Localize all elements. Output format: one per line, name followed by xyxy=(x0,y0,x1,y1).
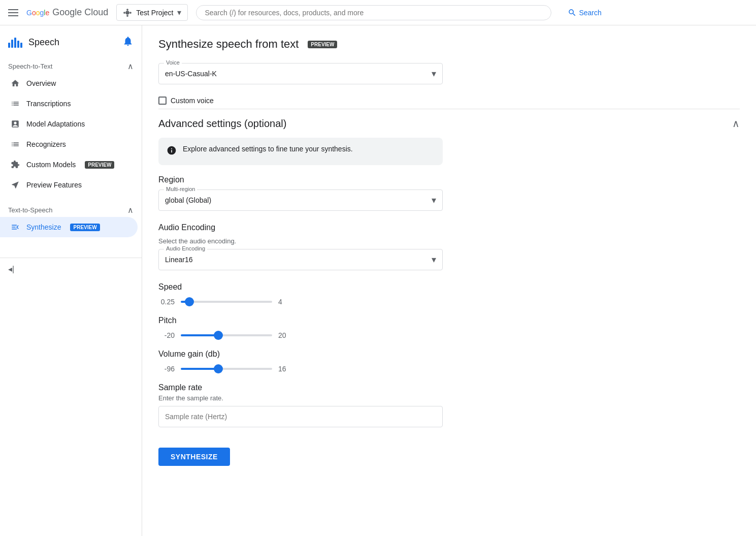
sidebar-brand-label: Speech xyxy=(28,37,59,48)
project-dropdown-icon: ▾ xyxy=(177,8,181,17)
page-preview-badge: PREVIEW xyxy=(308,41,337,48)
audio-encoding-select[interactable]: Linear16 MP3 OGG_OPUS MULAW ALAW xyxy=(159,249,442,270)
sidebar-item-transcriptions-label: Transcriptions xyxy=(26,100,71,108)
svg-point-1 xyxy=(123,12,125,14)
hamburger-menu-button[interactable] xyxy=(8,9,18,16)
project-selector[interactable]: Test Project ▾ xyxy=(116,4,188,21)
search-bar[interactable] xyxy=(196,5,551,20)
collapse-icon: ◂| xyxy=(8,264,14,274)
search-icon xyxy=(568,8,577,17)
voice-select-wrapper: Voice en-US-Casual-K en-US-Standard-A en… xyxy=(158,63,443,84)
sidebar-item-synthesize[interactable]: Synthesize PREVIEW xyxy=(0,217,138,237)
synthesize-preview-badge: PREVIEW xyxy=(70,224,100,231)
sidebar-item-model-adaptations[interactable]: Model Adaptations xyxy=(0,114,138,134)
speed-slider-row: 0.25 4 xyxy=(158,298,740,306)
project-name-label: Test Project xyxy=(136,9,173,17)
sidebar-item-model-adaptations-label: Model Adaptations xyxy=(26,120,85,128)
advanced-settings-title: Advanced settings (optional) xyxy=(158,118,286,130)
audio-encoding-select-wrapper: Audio Encoding Linear16 MP3 OGG_OPUS MUL… xyxy=(158,249,443,270)
region-section: Region Multi-region global (Global) us (… xyxy=(158,175,740,211)
synthesize-icon xyxy=(10,222,20,232)
speech-icon xyxy=(8,38,22,48)
tts-section-header[interactable]: Text-to-Speech ∧ xyxy=(0,199,142,217)
stt-section-label: Speech-to-Text xyxy=(8,62,52,70)
synthesize-button[interactable]: SYNTHESIZE xyxy=(158,448,230,466)
pitch-section: Pitch -20 20 xyxy=(158,316,740,339)
svg-point-4 xyxy=(126,15,128,17)
google-cloud-logo[interactable]: Google Google Cloud xyxy=(26,7,108,18)
advanced-settings-header[interactable]: Advanced settings (optional) ∧ xyxy=(158,109,740,138)
main-content: Synthesize speech from text PREVIEW Voic… xyxy=(142,25,756,536)
volume-gain-section: Volume gain (db) -96 16 xyxy=(158,350,740,373)
sidebar-item-recognizers[interactable]: Recognizers xyxy=(0,134,138,154)
region-sublabel: Multi-region xyxy=(164,186,197,192)
sidebar-item-overview[interactable]: Overview xyxy=(0,73,138,93)
google-logo-text: Google xyxy=(26,9,49,17)
custom-models-icon xyxy=(10,160,20,170)
speed-label: Speed xyxy=(158,282,740,292)
audio-encoding-section: Audio Encoding Select the audio encoding… xyxy=(158,223,740,270)
sample-rate-section: Sample rate Enter the sample rate. xyxy=(158,383,740,427)
sidebar-item-overview-label: Overview xyxy=(26,79,56,87)
audio-encoding-label: Audio Encoding xyxy=(158,223,740,232)
sample-rate-sublabel: Enter the sample rate. xyxy=(158,394,740,402)
search-input[interactable] xyxy=(205,9,543,17)
volume-gain-label: Volume gain (db) xyxy=(158,350,740,359)
bell-icon[interactable] xyxy=(122,36,134,49)
voice-section: Voice en-US-Casual-K en-US-Standard-A en… xyxy=(158,63,740,84)
pitch-label: Pitch xyxy=(158,316,740,325)
region-select[interactable]: global (Global) us (United States) eu (E… xyxy=(159,190,442,210)
tts-chevron-icon: ∧ xyxy=(127,205,134,215)
advanced-settings-collapse-icon: ∧ xyxy=(732,117,740,130)
custom-voice-checkbox[interactable] xyxy=(158,97,167,105)
info-icon xyxy=(167,145,177,158)
topbar: Google Google Cloud Test Project ▾ Searc… xyxy=(0,0,756,25)
custom-voice-row: Custom voice xyxy=(158,97,740,105)
search-button[interactable]: Search xyxy=(560,5,609,20)
sidebar-collapse-button[interactable]: ◂| xyxy=(0,258,142,280)
speed-min-label: 0.25 xyxy=(158,298,175,306)
pitch-slider[interactable] xyxy=(181,334,272,336)
sample-rate-label: Sample rate xyxy=(158,383,740,392)
info-text: Explore advanced settings to fine tune y… xyxy=(183,145,353,153)
speed-section: Speed 0.25 4 xyxy=(158,282,740,306)
volume-gain-slider-row: -96 16 xyxy=(158,365,740,373)
stt-section-header[interactable]: Speech-to-Text ∧ xyxy=(0,55,142,73)
stt-chevron-icon: ∧ xyxy=(127,61,134,71)
audio-encoding-field-label: Audio Encoding xyxy=(164,245,207,251)
home-icon xyxy=(10,78,20,88)
transcriptions-icon xyxy=(10,99,20,109)
page-header: Synthesize speech from text PREVIEW xyxy=(158,38,740,51)
volume-gain-min-label: -96 xyxy=(158,365,175,373)
sidebar-item-custom-models-label: Custom Models xyxy=(26,161,76,169)
voice-select[interactable]: en-US-Casual-K en-US-Standard-A en-US-St… xyxy=(159,64,442,84)
region-label: Region xyxy=(158,175,740,184)
sidebar-brand: Speech xyxy=(0,29,142,55)
custom-models-preview-badge: PREVIEW xyxy=(85,161,114,169)
sample-rate-input[interactable] xyxy=(158,406,443,427)
volume-gain-max-label: 16 xyxy=(278,365,290,373)
preview-features-icon xyxy=(10,180,20,190)
cloud-logo-text: Google Cloud xyxy=(52,7,108,18)
pitch-min-label: -20 xyxy=(158,331,175,339)
sidebar-item-transcriptions[interactable]: Transcriptions xyxy=(0,93,138,114)
custom-voice-label: Custom voice xyxy=(171,97,214,105)
sidebar-item-preview-features[interactable]: Preview Features xyxy=(0,175,138,195)
page-title: Synthesize speech from text xyxy=(158,38,299,51)
voice-select-label: Voice xyxy=(164,59,182,66)
pitch-max-label: 20 xyxy=(278,331,290,339)
speed-slider[interactable] xyxy=(181,301,272,303)
volume-gain-slider[interactable] xyxy=(181,368,272,370)
sidebar-item-custom-models[interactable]: Custom Models PREVIEW xyxy=(0,154,138,175)
model-adaptations-icon xyxy=(10,119,20,129)
region-select-wrapper: Multi-region global (Global) us (United … xyxy=(158,190,443,211)
recognizers-icon xyxy=(10,139,20,149)
svg-point-3 xyxy=(126,9,128,11)
info-box: Explore advanced settings to fine tune y… xyxy=(158,138,443,165)
tts-section-label: Text-to-Speech xyxy=(8,206,52,214)
sidebar-item-recognizers-label: Recognizers xyxy=(26,140,66,148)
search-button-label: Search xyxy=(579,9,601,17)
svg-point-2 xyxy=(129,12,132,14)
advanced-settings-section: Advanced settings (optional) ∧ Explore a… xyxy=(158,109,740,466)
audio-encoding-sublabel: Select the audio encoding. xyxy=(158,237,740,245)
